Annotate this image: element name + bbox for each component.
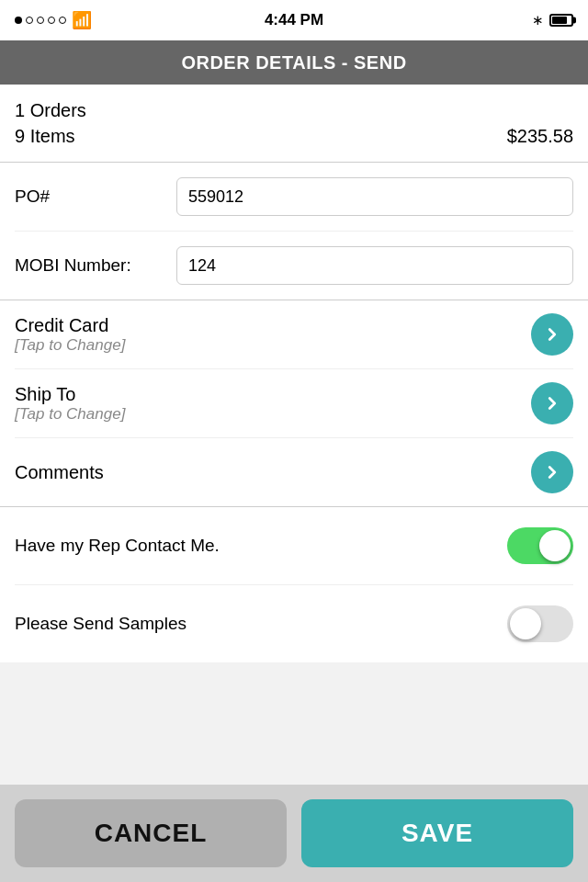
order-amount-row: 9 Items $235.58 (15, 123, 573, 149)
rep-contact-label: Have my Rep Contact Me. (15, 536, 220, 556)
po-label: PO# (15, 187, 162, 207)
dot-3 (37, 17, 44, 24)
save-button[interactable]: SAVE (301, 799, 573, 867)
mobi-label: MOBI Number: (15, 255, 162, 276)
comments-row: Comments (15, 438, 573, 506)
dot-1 (15, 17, 22, 24)
main-content: 1 Orders 9 Items $235.58 PO# MOBI Number… (0, 85, 588, 662)
ship-to-chevron-button[interactable] (531, 382, 573, 424)
samples-label: Please Send Samples (15, 614, 187, 634)
comments-label: Comments (15, 462, 104, 483)
rep-contact-toggle[interactable] (507, 527, 573, 564)
samples-toggle[interactable] (507, 605, 573, 642)
order-summary: 1 Orders 9 Items $235.58 (0, 85, 588, 163)
dot-2 (26, 17, 33, 24)
status-bar: 📶 4:44 PM ∗ (0, 0, 588, 40)
credit-card-sublabel: [Tap to Change] (15, 336, 125, 355)
ship-to-sublabel: [Tap to Change] (15, 405, 125, 424)
bottom-buttons: CANCEL SAVE (0, 785, 588, 882)
chevron-right-icon (542, 393, 562, 413)
mobi-input[interactable] (176, 246, 573, 285)
cancel-button[interactable]: CANCEL (15, 799, 287, 867)
order-amount: $235.58 (507, 126, 573, 147)
samples-row: Please Send Samples (15, 585, 573, 662)
comments-label-group: Comments (15, 462, 104, 483)
page-title: ORDER DETAILS - SEND (181, 52, 406, 74)
chevron-right-icon (542, 462, 562, 482)
comments-chevron-button[interactable] (531, 451, 573, 493)
dot-5 (59, 17, 66, 24)
form-section: PO# MOBI Number: (0, 163, 588, 300)
rep-contact-row: Have my Rep Contact Me. (15, 507, 573, 585)
ship-to-row: Ship To [Tap to Change] (15, 369, 573, 438)
page-header: ORDER DETAILS - SEND (0, 40, 588, 85)
signal-dots (15, 17, 66, 24)
battery-icon (549, 14, 573, 27)
status-right: ∗ (532, 12, 573, 28)
status-left: 📶 (15, 10, 92, 30)
mobi-row: MOBI Number: (15, 232, 573, 300)
orders-label: 1 Orders (15, 97, 573, 123)
credit-card-row: Credit Card [Tap to Change] (15, 300, 573, 369)
rep-contact-thumb (539, 530, 571, 561)
credit-card-label: Credit Card (15, 315, 125, 336)
toggle-section: Have my Rep Contact Me. Please Send Samp… (0, 507, 588, 662)
ship-to-label-group: Ship To [Tap to Change] (15, 384, 125, 424)
samples-thumb (510, 608, 541, 639)
ship-to-label: Ship To (15, 384, 125, 405)
bluetooth-icon: ∗ (532, 12, 544, 28)
items-label: 9 Items (15, 123, 75, 149)
po-row: PO# (15, 163, 573, 232)
status-time: 4:44 PM (265, 11, 323, 29)
po-input[interactable] (176, 177, 573, 216)
wifi-icon: 📶 (72, 10, 92, 30)
battery-fill (552, 17, 567, 24)
credit-card-chevron-button[interactable] (531, 313, 573, 356)
chevron-right-icon (542, 324, 562, 345)
action-section: Credit Card [Tap to Change] Ship To [Tap… (0, 300, 588, 507)
credit-card-label-group: Credit Card [Tap to Change] (15, 315, 125, 355)
dot-4 (48, 17, 55, 24)
